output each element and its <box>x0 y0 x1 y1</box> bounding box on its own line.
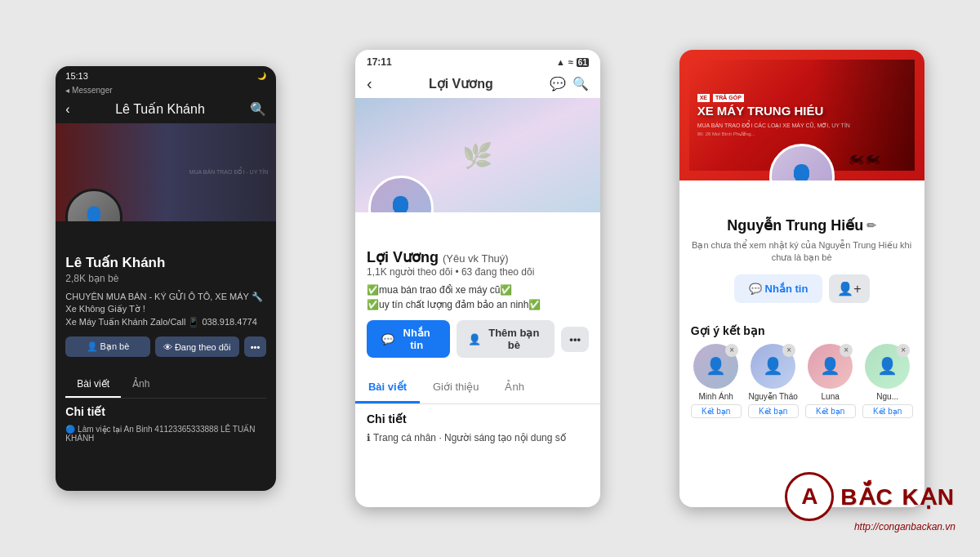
phone2-back-icon[interactable]: ‹ <box>367 74 372 93</box>
suggest-item-4: 👤 × Ngu... Kết bạn <box>862 344 913 418</box>
phone1-navbar: ‹ Lê Tuấn Khánh 🔍 <box>56 98 276 123</box>
phone2-tab-row: Bài viết Giới thiệu Ảnh <box>355 372 600 404</box>
phone3-suggest-title: Gợi ý kết bạn <box>691 324 913 337</box>
phone1-screen: 15:13 🌙 ◂ Messenger ‹ Lê Tuấn Khánh 🔍 MU… <box>56 66 276 491</box>
phone3-add-button[interactable]: 👤+ <box>829 274 869 303</box>
watermark: A BẮC KẠN http://conganbackan.vn <box>785 472 956 532</box>
follow-icon: 👁 <box>163 342 172 352</box>
phone2-status-icons: ▲≈61 <box>556 57 589 67</box>
add-friend-icon: 👤 <box>468 333 481 345</box>
phone2-profile-info: Lợi Vương (Yêu vk Thuý) 1,1K người theo … <box>355 212 600 372</box>
suggest-avatar-3: 👤 × <box>808 344 853 389</box>
phone1-cover: MUA BÁN TRAO ĐỔI - UY TÍN 👤 <box>56 123 276 221</box>
suggest-close-2[interactable]: × <box>782 344 795 357</box>
suggest-item-2: 👤 × Nguyễn Tháo Kết bạn <box>748 344 799 418</box>
phone2-section-detail: Chi tiết <box>367 412 589 426</box>
suggest-add-2[interactable]: Kết bạn <box>748 404 799 418</box>
suggest-avatar-2: 👤 × <box>751 344 795 389</box>
messenger-icon: 💬 <box>381 333 394 345</box>
suggest-item-1: 👤 × Minh Ánh Kết bạn <box>691 344 742 418</box>
suggest-close-4[interactable]: × <box>897 344 910 357</box>
phone1-tab-photos[interactable]: Ảnh <box>121 372 161 398</box>
phone3-edit-icon[interactable]: ✏ <box>866 219 876 232</box>
phone1-bio: CHUYÊN MUA BÁN - KÝ GỬI Ô TÔ, XE MÁY 🔧 X… <box>65 291 266 328</box>
phone2-tab-posts[interactable]: Bài viết <box>355 372 420 403</box>
phone2-search-icon[interactable]: 🔍 <box>572 76 589 91</box>
suggest-close-1[interactable]: × <box>725 344 738 357</box>
phone3-bio: Bạn chưa thể xem nhật ký của Nguyễn Trun… <box>691 239 913 265</box>
phone3-suggest-section: Gợi ý kết bạn 👤 × Minh Ánh Kết bạn 👤 × N… <box>679 319 924 423</box>
phone2-profile-name: Lợi Vương (Yêu vk Thuý) <box>367 248 589 266</box>
phone1-nav-title: Lê Tuấn Khánh <box>115 101 205 117</box>
phone2-time: 17:11 <box>367 56 392 68</box>
suggest-name-3: Luna <box>805 392 856 401</box>
phone2-follow-count: 1,1K người theo dõi • 63 đang theo dõi <box>367 266 589 278</box>
suggest-avatar-1: 👤 × <box>693 344 738 389</box>
watermark-logo: A BẮC KẠN <box>785 472 956 521</box>
phone2-more-button[interactable]: ••• <box>561 327 589 352</box>
phone2-detail-row: ℹ Trang cá nhân · Người sáng tạo nội dun… <box>367 432 589 443</box>
phone2-screen: 17:11 ▲≈61 ‹ Lợi Vương 💬 🔍 🌿 👤 <box>355 50 600 507</box>
phone1-follow-button[interactable]: 👁 Đang theo dõi <box>155 336 239 357</box>
phone2-message-button[interactable]: 💬 Nhắn tin <box>367 320 450 358</box>
phone1-messenger-label: ◂ Messenger <box>56 84 276 98</box>
phone2-tab-intro[interactable]: Giới thiệu <box>420 372 492 403</box>
watermark-circle: A <box>785 472 834 521</box>
phone1-status-icons: 🌙 <box>257 72 266 80</box>
phone3-profile-info: Nguyễn Trung Hiếu ✏ Bạn chưa thể xem nhậ… <box>679 180 924 319</box>
phone1-search-icon[interactable]: 🔍 <box>250 101 266 117</box>
phone2-status-bar: 17:11 ▲≈61 <box>355 50 600 71</box>
phone2-nav-icons: 💬 🔍 <box>550 76 589 91</box>
phone1-tab-posts[interactable]: Bài viết <box>65 372 121 398</box>
suggest-name-1: Minh Ánh <box>691 392 742 401</box>
phone2-cover: 🌿 👤 <box>355 98 600 212</box>
phone1-detail-row: 🔵 Làm việc tại An Binh 41123365333888 LÊ… <box>56 421 276 446</box>
suggest-close-3[interactable]: × <box>840 344 853 357</box>
phone1-more-button[interactable]: ••• <box>244 336 267 357</box>
phone2-avatar: 👤 <box>368 176 434 212</box>
suggest-add-1[interactable]: Kết bạn <box>691 404 742 418</box>
person-icon: 👤 <box>87 341 98 352</box>
phone1-status-bar: 15:13 🌙 <box>56 66 276 84</box>
watermark-url: http://conganbackan.vn <box>854 521 956 532</box>
phone2-relationship: (Yêu vk Thuý) <box>443 252 509 265</box>
chat-icon: 💬 <box>749 283 762 295</box>
phone3-screen: XE TRẢ GÓP XE MÁY TRUNG HIÉU MUA BÁN TRA… <box>679 50 924 507</box>
phone3-avatar: 👤 <box>769 144 835 180</box>
phone2-navbar: ‹ Lợi Vương 💬 🔍 <box>355 71 600 98</box>
phone1-friend-count: 2,8K bạn bè <box>65 273 266 284</box>
phone2-tab-photos[interactable]: Ảnh <box>492 372 537 403</box>
suggest-item-3: 👤 × Luna Kết bạn <box>805 344 856 418</box>
phone1-profile-info: Lê Tuấn Khánh 2,8K bạn bè CHUYÊN MUA BÁN… <box>56 221 276 372</box>
phone1-back-icon[interactable]: ‹ <box>65 102 69 117</box>
phone3-avatar-wrap: 👤 <box>769 144 835 180</box>
phone1-action-btns: 👤 Bạn bè 👁 Đang theo dõi ••• <box>65 336 266 357</box>
phone2-nav-title: Lợi Vương <box>429 76 493 91</box>
phone3-suggest-row: 👤 × Minh Ánh Kết bạn 👤 × Nguyễn Tháo Kết… <box>691 344 913 418</box>
phone1-avatar: 👤 <box>65 189 122 221</box>
phone2-avatar-wrap: 👤 <box>368 176 434 212</box>
phone3-message-button[interactable]: 💬 Nhắn tin <box>734 274 823 303</box>
phone2-add-friend-button[interactable]: 👤 Thêm bạn bè <box>457 320 555 358</box>
phone3-cover: XE TRẢ GÓP XE MÁY TRUNG HIÉU MUA BÁN TRA… <box>679 50 924 180</box>
phone2-messenger-icon[interactable]: 💬 <box>550 76 566 91</box>
page-wrapper: 15:13 🌙 ◂ Messenger ‹ Lê Tuấn Khánh 🔍 MU… <box>0 0 980 557</box>
phone1-time: 15:13 <box>65 71 88 81</box>
phone1-tab-row: Bài viết Ảnh <box>65 372 266 399</box>
suggest-name-2: Nguyễn Tháo <box>748 392 799 401</box>
phone2-detail-section: Chi tiết ℹ Trang cá nhân · Người sáng tạ… <box>355 404 600 455</box>
suggest-add-4[interactable]: Kết bạn <box>862 404 913 418</box>
phone2-bio: ✅mua bán trao đổi xe máy cũ✅ ✅uy tín chấ… <box>367 283 589 312</box>
suggest-name-4: Ngu... <box>862 392 913 401</box>
phone1-section-detail: Chi tiết <box>56 399 276 421</box>
phone2-action-btns: 💬 Nhắn tin 👤 Thêm bạn bè ••• <box>367 320 589 358</box>
phone3-profile-name: Nguyễn Trung Hiếu ✏ <box>691 216 913 234</box>
suggest-add-3[interactable]: Kết bạn <box>805 404 856 418</box>
phone1-profile-name: Lê Tuấn Khánh <box>65 254 266 271</box>
phone1-avatar-wrap: 👤 <box>65 189 122 221</box>
phone1-friend-button[interactable]: 👤 Bạn bè <box>65 336 149 357</box>
suggest-avatar-4: 👤 × <box>865 344 910 389</box>
watermark-text: BẮC KẠN <box>840 483 956 510</box>
phone3-action-btns: 💬 Nhắn tin 👤+ <box>691 274 913 303</box>
